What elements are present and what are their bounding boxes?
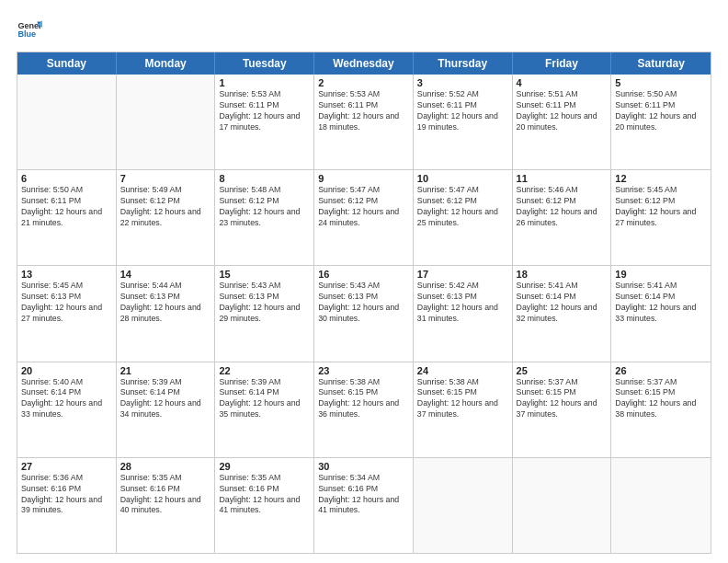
calendar-day-27: 27Sunrise: 5:36 AM Sunset: 6:16 PM Dayli… (17, 458, 117, 553)
day-header-sunday: Sunday (17, 52, 117, 75)
day-number: 24 (417, 365, 508, 376)
day-number: 3 (417, 77, 508, 88)
day-detail: Sunrise: 5:47 AM Sunset: 6:12 PM Dayligh… (318, 185, 409, 229)
calendar-body: 1Sunrise: 5:53 AM Sunset: 6:11 PM Daylig… (17, 75, 711, 553)
calendar-day-1: 1Sunrise: 5:53 AM Sunset: 6:11 PM Daylig… (215, 75, 314, 169)
day-header-thursday: Thursday (414, 52, 513, 75)
empty-cell (117, 75, 216, 169)
day-number: 22 (219, 365, 310, 376)
empty-cell (513, 458, 612, 553)
day-number: 16 (318, 269, 409, 280)
day-number: 7 (120, 173, 211, 184)
empty-cell (414, 458, 513, 553)
calendar-day-6: 6Sunrise: 5:50 AM Sunset: 6:11 PM Daylig… (17, 170, 117, 265)
day-detail: Sunrise: 5:47 AM Sunset: 6:12 PM Dayligh… (417, 185, 508, 229)
day-detail: Sunrise: 5:40 AM Sunset: 6:14 PM Dayligh… (21, 377, 112, 421)
day-detail: Sunrise: 5:35 AM Sunset: 6:16 PM Dayligh… (120, 473, 211, 517)
calendar-day-22: 22Sunrise: 5:39 AM Sunset: 6:14 PM Dayli… (215, 362, 314, 457)
day-detail: Sunrise: 5:44 AM Sunset: 6:13 PM Dayligh… (120, 281, 211, 325)
day-detail: Sunrise: 5:50 AM Sunset: 6:11 PM Dayligh… (21, 185, 112, 229)
calendar-day-21: 21Sunrise: 5:39 AM Sunset: 6:14 PM Dayli… (117, 362, 216, 457)
page-header: General Blue (17, 17, 711, 42)
calendar-day-5: 5Sunrise: 5:50 AM Sunset: 6:11 PM Daylig… (611, 75, 711, 169)
day-number: 6 (21, 173, 112, 184)
calendar-day-2: 2Sunrise: 5:53 AM Sunset: 6:11 PM Daylig… (314, 75, 414, 169)
day-detail: Sunrise: 5:41 AM Sunset: 6:14 PM Dayligh… (615, 281, 707, 325)
day-header-friday: Friday (513, 52, 612, 75)
calendar-day-15: 15Sunrise: 5:43 AM Sunset: 6:13 PM Dayli… (215, 266, 314, 361)
day-detail: Sunrise: 5:52 AM Sunset: 6:11 PM Dayligh… (417, 89, 508, 133)
calendar-day-28: 28Sunrise: 5:35 AM Sunset: 6:16 PM Dayli… (117, 458, 216, 553)
logo-icon: General Blue (17, 17, 42, 42)
day-number: 28 (120, 461, 211, 472)
calendar-day-25: 25Sunrise: 5:37 AM Sunset: 6:15 PM Dayli… (513, 362, 612, 457)
calendar-week-5: 27Sunrise: 5:36 AM Sunset: 6:16 PM Dayli… (17, 458, 711, 553)
day-header-wednesday: Wednesday (314, 52, 414, 75)
day-header-tuesday: Tuesday (215, 52, 314, 75)
svg-text:Blue: Blue (17, 29, 36, 39)
day-number: 11 (517, 173, 608, 184)
calendar-day-14: 14Sunrise: 5:44 AM Sunset: 6:13 PM Dayli… (117, 266, 216, 361)
calendar-day-18: 18Sunrise: 5:41 AM Sunset: 6:14 PM Dayli… (513, 266, 612, 361)
calendar-day-16: 16Sunrise: 5:43 AM Sunset: 6:13 PM Dayli… (314, 266, 414, 361)
day-detail: Sunrise: 5:37 AM Sunset: 6:15 PM Dayligh… (615, 377, 707, 421)
day-number: 4 (517, 77, 608, 88)
day-detail: Sunrise: 5:36 AM Sunset: 6:16 PM Dayligh… (21, 473, 112, 517)
day-detail: Sunrise: 5:49 AM Sunset: 6:12 PM Dayligh… (120, 185, 211, 229)
calendar-week-3: 13Sunrise: 5:45 AM Sunset: 6:13 PM Dayli… (17, 266, 711, 362)
day-number: 5 (615, 77, 707, 88)
day-detail: Sunrise: 5:53 AM Sunset: 6:11 PM Dayligh… (318, 89, 409, 133)
day-detail: Sunrise: 5:43 AM Sunset: 6:13 PM Dayligh… (219, 281, 310, 325)
calendar-day-13: 13Sunrise: 5:45 AM Sunset: 6:13 PM Dayli… (17, 266, 117, 361)
day-number: 9 (318, 173, 409, 184)
day-number: 15 (219, 269, 310, 280)
calendar-day-30: 30Sunrise: 5:34 AM Sunset: 6:16 PM Dayli… (314, 458, 414, 553)
day-number: 20 (21, 365, 112, 376)
day-header-saturday: Saturday (611, 52, 711, 75)
day-detail: Sunrise: 5:53 AM Sunset: 6:11 PM Dayligh… (219, 89, 310, 133)
day-number: 25 (517, 365, 608, 376)
calendar-header: SundayMondayTuesdayWednesdayThursdayFrid… (17, 52, 711, 75)
calendar-week-1: 1Sunrise: 5:53 AM Sunset: 6:11 PM Daylig… (17, 75, 711, 170)
calendar-week-2: 6Sunrise: 5:50 AM Sunset: 6:11 PM Daylig… (17, 170, 711, 266)
logo: General Blue (17, 17, 42, 42)
calendar-day-20: 20Sunrise: 5:40 AM Sunset: 6:14 PM Dayli… (17, 362, 117, 457)
day-number: 19 (615, 269, 707, 280)
calendar: SundayMondayTuesdayWednesdayThursdayFrid… (17, 52, 711, 554)
calendar-day-19: 19Sunrise: 5:41 AM Sunset: 6:14 PM Dayli… (611, 266, 711, 361)
day-number: 1 (219, 77, 310, 88)
calendar-day-23: 23Sunrise: 5:38 AM Sunset: 6:15 PM Dayli… (314, 362, 414, 457)
day-number: 29 (219, 461, 310, 472)
calendar-day-3: 3Sunrise: 5:52 AM Sunset: 6:11 PM Daylig… (414, 75, 513, 169)
empty-cell (611, 458, 711, 553)
day-detail: Sunrise: 5:38 AM Sunset: 6:15 PM Dayligh… (318, 377, 409, 421)
calendar-day-7: 7Sunrise: 5:49 AM Sunset: 6:12 PM Daylig… (117, 170, 216, 265)
day-detail: Sunrise: 5:45 AM Sunset: 6:12 PM Dayligh… (615, 185, 707, 229)
calendar-day-26: 26Sunrise: 5:37 AM Sunset: 6:15 PM Dayli… (611, 362, 711, 457)
day-number: 2 (318, 77, 409, 88)
day-detail: Sunrise: 5:38 AM Sunset: 6:15 PM Dayligh… (417, 377, 508, 421)
day-number: 26 (615, 365, 707, 376)
day-detail: Sunrise: 5:46 AM Sunset: 6:12 PM Dayligh… (517, 185, 608, 229)
day-number: 14 (120, 269, 211, 280)
day-detail: Sunrise: 5:39 AM Sunset: 6:14 PM Dayligh… (120, 377, 211, 421)
day-detail: Sunrise: 5:39 AM Sunset: 6:14 PM Dayligh… (219, 377, 310, 421)
calendar-day-10: 10Sunrise: 5:47 AM Sunset: 6:12 PM Dayli… (414, 170, 513, 265)
calendar-day-8: 8Sunrise: 5:48 AM Sunset: 6:12 PM Daylig… (215, 170, 314, 265)
day-detail: Sunrise: 5:41 AM Sunset: 6:14 PM Dayligh… (517, 281, 608, 325)
day-header-monday: Monday (117, 52, 216, 75)
calendar-day-4: 4Sunrise: 5:51 AM Sunset: 6:11 PM Daylig… (513, 75, 612, 169)
calendar-day-9: 9Sunrise: 5:47 AM Sunset: 6:12 PM Daylig… (314, 170, 414, 265)
calendar-week-4: 20Sunrise: 5:40 AM Sunset: 6:14 PM Dayli… (17, 362, 711, 458)
day-number: 27 (21, 461, 112, 472)
day-detail: Sunrise: 5:37 AM Sunset: 6:15 PM Dayligh… (517, 377, 608, 421)
day-number: 10 (417, 173, 508, 184)
day-number: 8 (219, 173, 310, 184)
day-number: 17 (417, 269, 508, 280)
calendar-day-24: 24Sunrise: 5:38 AM Sunset: 6:15 PM Dayli… (414, 362, 513, 457)
calendar-day-29: 29Sunrise: 5:35 AM Sunset: 6:16 PM Dayli… (215, 458, 314, 553)
day-detail: Sunrise: 5:48 AM Sunset: 6:12 PM Dayligh… (219, 185, 310, 229)
day-detail: Sunrise: 5:34 AM Sunset: 6:16 PM Dayligh… (318, 473, 409, 517)
day-number: 23 (318, 365, 409, 376)
day-detail: Sunrise: 5:45 AM Sunset: 6:13 PM Dayligh… (21, 281, 112, 325)
